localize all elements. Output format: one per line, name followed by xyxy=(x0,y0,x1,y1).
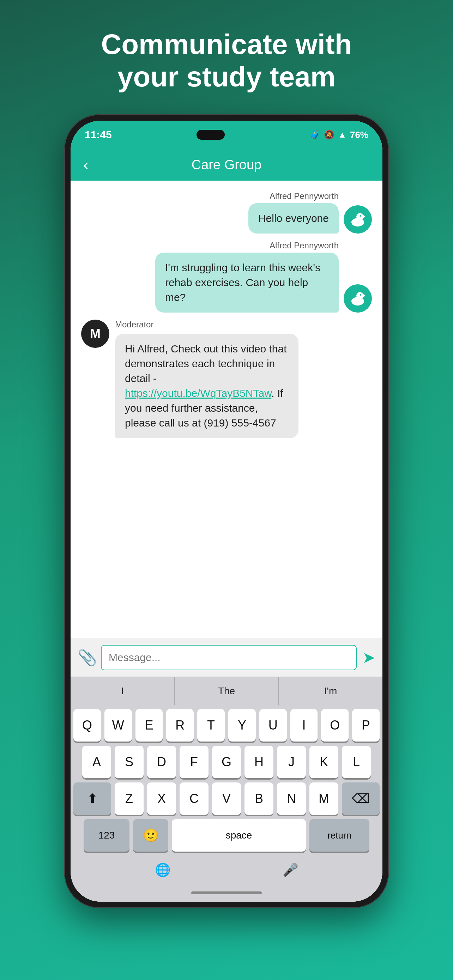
avatar-1 xyxy=(343,205,372,234)
key-Q[interactable]: Q xyxy=(73,709,101,741)
status-time: 11:45 xyxy=(85,129,112,141)
key-U[interactable]: U xyxy=(259,709,287,741)
sent-bubble-2: I'm struggling to learn this week's reha… xyxy=(155,253,339,313)
sent-text-1: Hello everyone xyxy=(258,212,329,224)
key-G[interactable]: G xyxy=(212,746,241,778)
headline-line1: Communicate with xyxy=(101,29,352,60)
key-Y[interactable]: Y xyxy=(228,709,256,741)
briefcase-icon: 🧳 xyxy=(310,130,320,140)
keyboard-row-1: Q W E R T Y U I O P xyxy=(73,709,380,741)
sent-bubble-1: Hello everyone xyxy=(248,203,339,234)
key-V[interactable]: V xyxy=(212,783,241,815)
sender-name-2: Alfred Pennyworth xyxy=(270,240,339,250)
keyboard-row-3: ⬆ Z X C V B N M ⌫ xyxy=(73,783,380,815)
wifi-icon: ▲ xyxy=(338,130,347,140)
sent-text-2: I'm struggling to learn this week's reha… xyxy=(165,262,320,303)
phone-screen: 11:45 🧳 🔕 ▲ 76% ‹ Care Group Alfred Penn… xyxy=(71,121,382,902)
globe-icon[interactable]: 🌐 xyxy=(155,862,171,877)
input-bar: 📎 ➤ xyxy=(71,638,382,677)
received-bubble-3: Hi Alfred, Check out this video that dem… xyxy=(115,334,299,438)
keyboard: Q W E R T Y U I O P A S D F G H J K xyxy=(71,705,382,856)
chat-area: Alfred Pennyworth Hello everyone xyxy=(71,181,382,638)
chat-title: Care Group xyxy=(192,158,262,172)
key-W[interactable]: W xyxy=(105,709,132,741)
sender-name-1: Alfred Pennyworth xyxy=(270,191,339,201)
key-M[interactable]: M xyxy=(309,783,339,815)
attach-icon[interactable]: 📎 xyxy=(78,648,95,667)
key-C[interactable]: C xyxy=(180,783,208,815)
key-B[interactable]: B xyxy=(245,783,273,815)
mod-msg-content: Moderator Hi Alfred, Check out this vide… xyxy=(115,320,299,438)
emoji-key[interactable]: 🙂 xyxy=(133,819,168,851)
svg-point-7 xyxy=(360,294,361,296)
avatar-2 xyxy=(343,284,372,313)
headline: Communicate with your study team xyxy=(73,0,380,114)
autocomplete-word-3[interactable]: I'm xyxy=(279,677,382,705)
message-input[interactable] xyxy=(101,645,357,670)
key-R[interactable]: R xyxy=(166,709,194,741)
message-row-1: Alfred Pennyworth Hello everyone xyxy=(81,191,372,234)
key-P[interactable]: P xyxy=(352,709,380,741)
space-key[interactable]: space xyxy=(172,819,306,851)
camera-notch xyxy=(197,130,225,140)
return-key[interactable]: return xyxy=(309,819,369,851)
send-button[interactable]: ➤ xyxy=(362,648,375,667)
autocomplete-bar: I The I'm xyxy=(71,677,382,705)
keyboard-bottom-bar: 🌐 🎤 xyxy=(71,856,382,884)
sent-msg-2-col: Alfred Pennyworth I'm struggling to lear… xyxy=(155,240,339,313)
battery-level: 76% xyxy=(350,129,368,140)
status-bar: 11:45 🧳 🔕 ▲ 76% xyxy=(71,121,382,149)
key-A[interactable]: A xyxy=(82,746,111,778)
keyboard-row-2: A S D F G H J K L xyxy=(73,746,380,778)
key-L[interactable]: L xyxy=(342,746,371,778)
key-K[interactable]: K xyxy=(309,746,339,778)
received-text-3-before: Hi Alfred, Check out this video that dem… xyxy=(125,343,287,384)
backspace-key[interactable]: ⌫ xyxy=(342,783,380,815)
headline-line2: your study team xyxy=(118,61,335,92)
app-header: ‹ Care Group xyxy=(71,149,382,181)
sent-msg-1-col: Alfred Pennyworth Hello everyone xyxy=(248,191,339,234)
home-indicator xyxy=(71,884,382,902)
key-I[interactable]: I xyxy=(290,709,318,741)
mute-icon: 🔕 xyxy=(324,130,334,140)
key-Z[interactable]: Z xyxy=(114,783,144,815)
status-icons: 🧳 🔕 ▲ 76% xyxy=(310,129,368,140)
autocomplete-word-1[interactable]: I xyxy=(71,677,175,705)
key-N[interactable]: N xyxy=(277,783,306,815)
message-row-3: M Moderator Hi Alfred, Check out this vi… xyxy=(81,320,372,438)
key-O[interactable]: O xyxy=(321,709,348,741)
key-D[interactable]: D xyxy=(147,746,176,778)
keyboard-row-4: 123 🙂 space return xyxy=(73,819,380,851)
svg-point-3 xyxy=(360,215,361,216)
autocomplete-word-2[interactable]: The xyxy=(175,677,279,705)
home-pill xyxy=(191,891,262,894)
shift-key[interactable]: ⬆ xyxy=(73,783,111,815)
key-F[interactable]: F xyxy=(180,746,208,778)
key-S[interactable]: S xyxy=(114,746,144,778)
key-X[interactable]: X xyxy=(147,783,176,815)
key-H[interactable]: H xyxy=(245,746,273,778)
sender-moderator: Moderator xyxy=(115,320,299,329)
numbers-key[interactable]: 123 xyxy=(84,819,129,851)
message-row-2: Alfred Pennyworth I'm struggling to lear… xyxy=(81,240,372,313)
key-J[interactable]: J xyxy=(277,746,306,778)
back-button[interactable]: ‹ xyxy=(83,156,89,173)
key-T[interactable]: T xyxy=(197,709,225,741)
mic-icon[interactable]: 🎤 xyxy=(283,862,299,877)
avatar-moderator: M xyxy=(81,320,110,348)
phone-shell: 11:45 🧳 🔕 ▲ 76% ‹ Care Group Alfred Penn… xyxy=(64,114,389,908)
message-link[interactable]: https://youtu.be/WqTayB5NTaw xyxy=(125,387,271,399)
key-E[interactable]: E xyxy=(135,709,163,741)
